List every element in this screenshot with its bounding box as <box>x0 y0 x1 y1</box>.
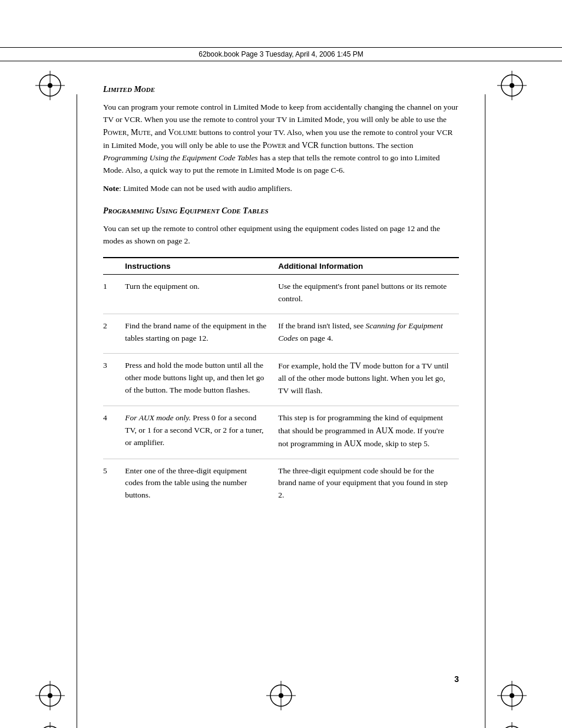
row-additional: For example, hold the TV mode button for… <box>278 353 459 406</box>
corner-mark-tr <box>497 71 527 100</box>
row-num: 1 <box>103 275 125 314</box>
svg-point-27 <box>510 693 514 698</box>
limited-mode-heading: LIMITED MODE <box>103 85 459 94</box>
col-header-instructions: Instructions <box>125 258 278 275</box>
svg-point-3 <box>48 83 52 88</box>
row-num: 3 <box>103 353 125 406</box>
main-content: LIMITED MODE You can program your remote… <box>103 61 459 510</box>
svg-point-19 <box>48 693 52 698</box>
header-bar: 62book.book Page 3 Tuesday, April 4, 200… <box>0 47 562 61</box>
row-additional: Use the equipment's front panel buttons … <box>278 275 459 314</box>
table-row: 1 Turn the equipment on. Use the equipme… <box>103 275 459 314</box>
row-num: 5 <box>103 459 125 510</box>
row-num: 2 <box>103 314 125 354</box>
table-row: 3 Press and hold the mode button until a… <box>103 353 459 406</box>
row-instruction: Find the brand name of the equipment in … <box>125 314 278 354</box>
mid-mark-bottom-center <box>266 681 296 710</box>
row-additional: The three-digit equipment code should be… <box>278 459 459 510</box>
instructions-table: Instructions Additional Information 1 Tu… <box>103 257 459 510</box>
corner-mark-tl <box>35 71 65 100</box>
corner-mark-bl <box>35 722 65 728</box>
row-instruction: Turn the equipment on. <box>125 275 278 314</box>
svg-point-23 <box>279 693 283 698</box>
row-num: 4 <box>103 406 125 459</box>
mid-mark-bottom-left <box>35 681 65 710</box>
table-row: 4 For AUX mode only. Press 0 for a secon… <box>103 406 459 459</box>
mid-mark-bottom-right <box>497 681 527 710</box>
row-instruction: Enter one of the three-digit equipment c… <box>125 459 278 510</box>
programming-heading: PROGRAMMING USING EQUIPMENT CODE TABLES <box>103 206 459 216</box>
table-row: 2 Find the brand name of the equipment i… <box>103 314 459 354</box>
col-header-additional: Additional Information <box>278 258 459 275</box>
row-instruction: For AUX mode only. Press 0 for a second … <box>125 406 278 459</box>
row-instruction: Press and hold the mode button until all… <box>125 353 278 406</box>
table-row: 5 Enter one of the three-digit equipment… <box>103 459 459 510</box>
header-text: 62book.book Page 3 Tuesday, April 4, 200… <box>199 50 363 58</box>
svg-point-7 <box>510 83 514 88</box>
limited-mode-note: Note: Limited Mode can not be used with … <box>103 183 459 195</box>
row-additional: If the brand isn't listed, see Scanning … <box>278 314 459 354</box>
right-border-line <box>485 94 485 728</box>
left-border-line <box>77 94 77 728</box>
programming-intro: You can set up the remote to control oth… <box>103 223 459 248</box>
col-header-num <box>103 258 125 275</box>
row-additional: This step is for programming the kind of… <box>278 406 459 459</box>
page-container: 62book.book Page 3 Tuesday, April 4, 200… <box>0 47 562 728</box>
limited-mode-para1: You can program your remote control in L… <box>103 101 459 177</box>
page-number: 3 <box>454 674 459 684</box>
corner-mark-br <box>497 722 527 728</box>
